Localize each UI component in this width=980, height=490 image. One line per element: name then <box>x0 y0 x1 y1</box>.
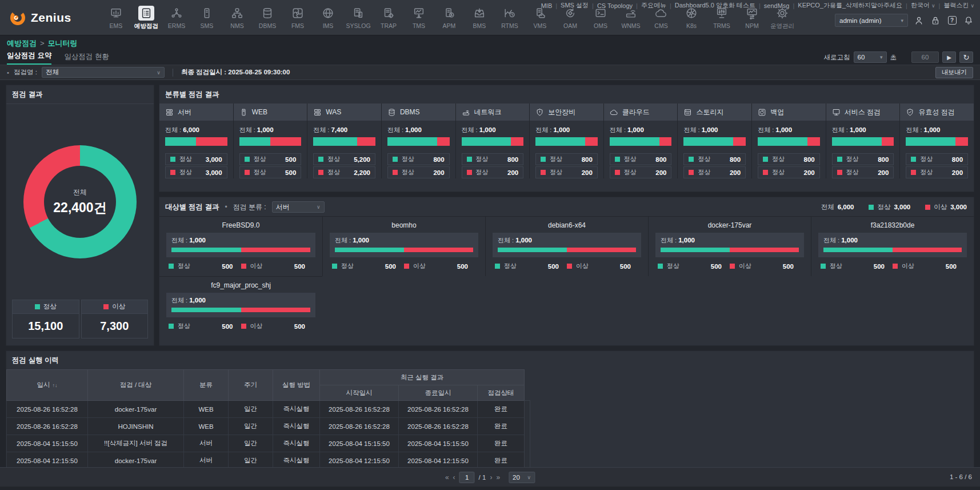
nav-item-cms[interactable]: CMS <box>647 6 675 30</box>
chart-transfer-icon <box>744 6 760 21</box>
total-value: 1,000 <box>257 126 274 133</box>
nav-item-nms[interactable]: NMS <box>223 6 251 30</box>
col-header-target[interactable]: 점검 / 대상 <box>88 370 184 401</box>
category-card: 스토리지 전체 : 1,000 정상800 정상200 <box>677 103 751 178</box>
col-header-cycle[interactable]: 주기 <box>229 370 273 401</box>
breadcrumb-separator: > <box>40 39 45 47</box>
legend-label: 정상 <box>772 155 785 164</box>
check-name-select[interactable]: 전체 ∨ <box>42 67 165 78</box>
col-header-end[interactable]: 종료일시 <box>399 385 478 401</box>
table-row[interactable]: 2025-08-04 15:15:50 !![삭제금지] 서버 점검 서버 일간… <box>7 435 525 452</box>
nav-item-erms[interactable]: ERMS <box>162 6 191 30</box>
total-pages-label: / 1 <box>479 474 486 481</box>
col-header-start[interactable]: 시작일시 <box>320 385 399 401</box>
target-category-select[interactable]: 서버 ∨ <box>272 201 325 213</box>
util-link-kepco[interactable]: KEPCO_가용률_삭제하지말아주세요 <box>798 1 902 10</box>
abnormal-swatch <box>763 170 768 175</box>
tab-daily-status[interactable]: 일상점검 현황 <box>64 52 109 65</box>
chevron-down-icon: ▾ <box>880 54 883 60</box>
nav-item-label: OMS <box>586 22 615 29</box>
nav-item-syslog[interactable]: SYSLOG <box>344 6 373 30</box>
nav-item-oam[interactable]: OAM <box>556 6 585 30</box>
user-icon[interactable] <box>913 15 925 26</box>
normal-swatch <box>911 157 916 162</box>
col-header-datetime[interactable]: 일시↑↓ <box>7 370 88 401</box>
normal-swatch <box>763 157 768 162</box>
nav-item-npm[interactable]: NPM <box>738 6 766 30</box>
export-button[interactable]: 내보내기 <box>935 67 973 78</box>
total-label: 전체 : <box>498 237 514 244</box>
table-row[interactable]: 2025-08-04 12:15:50 docker-175var 서버 일간 … <box>7 452 525 469</box>
abnormal-value: 3,000 <box>950 204 967 210</box>
table-row[interactable]: 2025-08-26 16:52:28 HOJINSHIN WEB 일간 즉시실… <box>7 418 525 435</box>
play-button[interactable]: ▶ <box>942 51 956 63</box>
nav-item-vms[interactable]: VMS <box>526 6 554 30</box>
refresh-controls: 새로고침 60 ▾ 초 60 ▶ ↻ <box>824 51 974 65</box>
target-legend: 정상500 이상500 <box>818 262 967 270</box>
nav-item-trap[interactable]: TRAP <box>374 6 403 30</box>
legend-label: 정상 <box>179 168 192 177</box>
legend-label: 이상 <box>250 322 263 330</box>
legend-label: 이상 <box>250 262 263 270</box>
lock-icon[interactable] <box>930 15 941 26</box>
nav-item-fms[interactable]: FMS <box>283 6 312 30</box>
sort-icon[interactable]: ↑↓ <box>53 383 58 388</box>
total-value: 1,000 <box>702 126 718 133</box>
prev-page-button[interactable]: ‹ <box>453 473 455 481</box>
right-column: 분류별 점검 결과 서버 전체 : 6,000 정상3,000 정상3,000 … <box>159 85 974 346</box>
skin-select[interactable]: 블랙스킨∨ <box>943 1 974 10</box>
nav-item-label: SMS <box>193 22 221 29</box>
bell-icon[interactable] <box>963 15 974 26</box>
nav-item-label: FMS <box>283 22 312 29</box>
last-page-button[interactable]: » <box>496 473 500 481</box>
total-label: 전체 : <box>171 237 187 244</box>
target-name: beomho <box>330 219 478 233</box>
legend-value: 500 <box>385 263 396 270</box>
nav-item-sms[interactable]: SMS <box>193 6 221 30</box>
nav-item-ems[interactable]: EMS <box>102 6 130 30</box>
refresh-button[interactable]: ↻ <box>959 51 973 63</box>
nav-item-wnms[interactable]: WNMS <box>617 6 645 30</box>
nav-item-oms[interactable]: OMS <box>586 6 615 30</box>
abnormal-swatch <box>837 170 842 175</box>
user-account-select[interactable]: admin (admin) ▾ <box>835 14 908 27</box>
normal-swatch <box>615 157 620 162</box>
breadcrumb-section[interactable]: 예방점검 <box>7 38 37 49</box>
table-row[interactable]: 2025-08-26 16:52:28 docker-175var WEB 일간… <box>7 401 525 418</box>
nav-item-k8s[interactable]: K8s <box>677 6 706 30</box>
legend-row-abnormal: 정상200 <box>535 166 598 178</box>
nav-item-operations[interactable]: 운영관리 <box>768 6 797 30</box>
category-name: 보안장비 <box>548 107 575 117</box>
nav-item-preventive-check[interactable]: 예방점검 <box>132 6 161 30</box>
normal-swatch <box>821 264 826 269</box>
refresh-interval-select[interactable]: 60 ▾ <box>854 51 887 63</box>
tab-daily-summary[interactable]: 일상점검 요약 <box>7 51 51 65</box>
col-header-status[interactable]: 점검상태 <box>478 385 525 401</box>
nav-item-trms[interactable]: TRMS <box>707 6 736 30</box>
language-label: 한국어 <box>911 2 930 9</box>
brand-logo[interactable]: Zenius <box>9 9 71 26</box>
page-size-select[interactable]: 20 ∨ <box>509 472 535 483</box>
col-header-method[interactable]: 실행 방법 <box>273 370 320 401</box>
nav-item-tms[interactable]: TMS <box>405 6 433 30</box>
nav-item-dbms[interactable]: DBMS <box>253 6 282 30</box>
legend-row-normal: 정상800 <box>758 153 820 165</box>
total-value: 1,000 <box>515 237 532 244</box>
col-header-category[interactable]: 분류 <box>184 370 229 401</box>
help-icon[interactable]: ? <box>946 15 958 26</box>
nav-item-apm[interactable]: APM <box>435 6 463 30</box>
first-page-button[interactable]: « <box>445 473 449 481</box>
donut-center: 전체 22,400건 <box>44 166 116 238</box>
nav-item-bms[interactable]: BMS <box>465 6 494 30</box>
legend-value: 500 <box>294 263 305 270</box>
next-page-button[interactable]: › <box>490 473 492 481</box>
table-scrollbar[interactable]: ▼ <box>524 400 530 474</box>
nav-item-ims[interactable]: IMS <box>314 6 342 30</box>
legend-row-abnormal: 정상200 <box>387 166 450 178</box>
nav-item-rtms[interactable]: RTMS <box>495 6 524 30</box>
shield-check-icon <box>906 108 914 117</box>
cell-end: 2025-08-26 16:52:28 <box>399 401 478 418</box>
language-select[interactable]: 한국어∨ <box>911 1 935 10</box>
current-page-input[interactable]: 1 <box>459 472 475 483</box>
category-name: 클라우드 <box>622 107 650 117</box>
